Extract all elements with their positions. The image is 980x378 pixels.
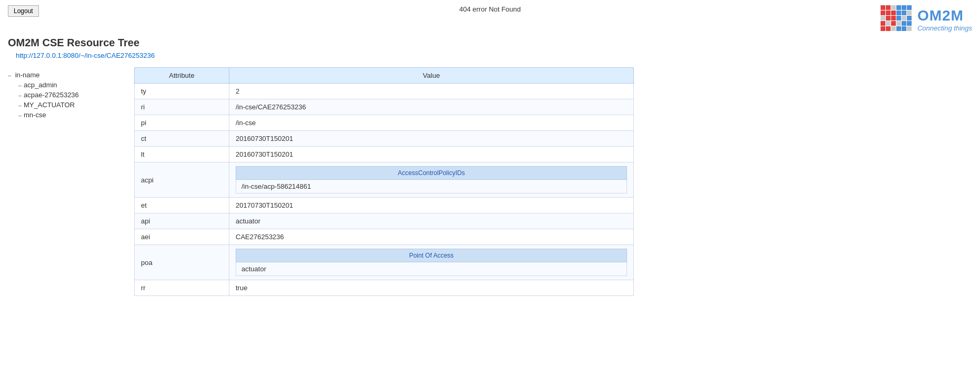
table-row: aeiCAE276253236 bbox=[135, 229, 634, 245]
svg-rect-16 bbox=[902, 16, 906, 21]
logo-tagline: Connecting things bbox=[917, 24, 972, 32]
svg-rect-27 bbox=[896, 26, 901, 31]
nested-table: AccessControlPolicyIDs/in-cse/acp-586214… bbox=[236, 166, 627, 193]
svg-rect-5 bbox=[907, 5, 912, 10]
attr-cell: aei bbox=[135, 229, 229, 245]
nested-table: Point Of Accessactuator bbox=[236, 249, 627, 276]
svg-rect-2 bbox=[891, 5, 896, 10]
table-row: pi/in-cse bbox=[135, 115, 634, 131]
tree-connector: – bbox=[18, 82, 24, 88]
svg-rect-11 bbox=[907, 11, 912, 15]
svg-rect-6 bbox=[881, 11, 885, 15]
nested-table-cell: actuator bbox=[236, 262, 627, 276]
svg-rect-12 bbox=[881, 16, 885, 21]
tree-root-label: in-name bbox=[15, 71, 40, 79]
svg-rect-22 bbox=[902, 21, 906, 26]
value-cell: /in-cse/CAE276253236 bbox=[229, 99, 634, 115]
svg-rect-4 bbox=[902, 5, 906, 10]
tree-children: –acp_admin–acpae-276253236–MY_ACTUATOR–m… bbox=[8, 80, 124, 120]
value-cell: true bbox=[229, 280, 634, 296]
attr-cell: lt bbox=[135, 147, 229, 162]
svg-rect-19 bbox=[886, 21, 891, 26]
error-message: 404 error Not Found bbox=[459, 5, 521, 13]
attr-cell: et bbox=[135, 198, 229, 213]
table-row: et20170730T150201 bbox=[135, 198, 634, 213]
svg-rect-28 bbox=[902, 26, 906, 31]
attr-table-body: ty2ri/in-cse/CAE276253236pi/in-csect2016… bbox=[135, 84, 634, 296]
value-cell: 2 bbox=[229, 84, 634, 99]
top-bar: Logout 404 error Not Found bbox=[0, 0, 980, 37]
tree-item-label: MY_ACTUATOR bbox=[24, 101, 75, 109]
svg-rect-14 bbox=[891, 16, 896, 21]
tree-connector: – bbox=[18, 112, 24, 118]
tree-connector: – bbox=[18, 92, 24, 98]
om2m-logo-icon bbox=[881, 5, 912, 34]
tree-connector: – bbox=[18, 102, 24, 108]
value-cell: 20170730T150201 bbox=[229, 198, 634, 213]
tree-item[interactable]: –acp_admin bbox=[8, 80, 124, 90]
tree-item-label: acpae-276253236 bbox=[24, 91, 79, 99]
svg-rect-24 bbox=[881, 26, 885, 31]
col-attribute-header: Attribute bbox=[135, 68, 229, 84]
value-cell: Point Of Accessactuator bbox=[229, 245, 634, 280]
svg-rect-1 bbox=[886, 5, 891, 10]
table-row: poaPoint Of Accessactuator bbox=[135, 245, 634, 280]
resource-url-link[interactable]: http://127.0.0.1:8080/~/in-cse/CAE276253… bbox=[8, 52, 163, 65]
svg-rect-25 bbox=[886, 26, 891, 31]
tree-item[interactable]: –acpae-276253236 bbox=[8, 90, 124, 100]
svg-rect-13 bbox=[886, 16, 891, 21]
tree-item[interactable]: –MY_ACTUATOR bbox=[8, 100, 124, 110]
attr-table-panel: Attribute Value ty2ri/in-cse/CAE27625323… bbox=[134, 67, 972, 296]
value-cell: AccessControlPolicyIDs/in-cse/acp-586214… bbox=[229, 162, 634, 198]
svg-rect-21 bbox=[896, 21, 901, 26]
tree-item-label: acp_admin bbox=[24, 81, 57, 89]
logo-area: OM2M Connecting things bbox=[881, 5, 972, 34]
nested-table-cell: /in-cse/acp-586214861 bbox=[236, 180, 627, 193]
table-row: ct20160730T150201 bbox=[135, 131, 634, 147]
svg-rect-3 bbox=[896, 5, 901, 10]
attr-cell: api bbox=[135, 213, 229, 229]
value-cell: /in-cse bbox=[229, 115, 634, 131]
table-row: lt20160730T150201 bbox=[135, 147, 634, 162]
tree-item-label: mn-cse bbox=[24, 111, 46, 119]
table-row: ty2 bbox=[135, 84, 634, 99]
nested-table-header: Point Of Access bbox=[236, 249, 627, 262]
svg-rect-29 bbox=[907, 26, 912, 31]
attr-cell: poa bbox=[135, 245, 229, 280]
attr-cell: ty bbox=[135, 84, 229, 99]
tree-panel: – in-name –acp_admin–acpae-276253236–MY_… bbox=[8, 67, 124, 296]
attr-cell: ct bbox=[135, 131, 229, 147]
attr-cell: acpi bbox=[135, 162, 229, 198]
value-cell: 20160730T150201 bbox=[229, 131, 634, 147]
value-cell: actuator bbox=[229, 213, 634, 229]
svg-rect-10 bbox=[902, 11, 906, 15]
table-row: acpiAccessControlPolicyIDs/in-cse/acp-58… bbox=[135, 162, 634, 198]
tree-item[interactable]: –mn-cse bbox=[8, 110, 124, 120]
svg-rect-8 bbox=[891, 11, 896, 15]
value-cell: 20160730T150201 bbox=[229, 147, 634, 162]
table-row: rrtrue bbox=[135, 280, 634, 296]
main-layout: – in-name –acp_admin–acpae-276253236–MY_… bbox=[0, 67, 980, 296]
table-row: ri/in-cse/CAE276253236 bbox=[135, 99, 634, 115]
attr-cell: pi bbox=[135, 115, 229, 131]
svg-rect-0 bbox=[881, 5, 885, 10]
page-title: OM2M CSE Resource Tree bbox=[0, 37, 980, 52]
logo-brand: OM2M bbox=[917, 7, 964, 24]
value-cell: CAE276253236 bbox=[229, 229, 634, 245]
nested-table-header: AccessControlPolicyIDs bbox=[236, 167, 627, 180]
svg-rect-18 bbox=[881, 21, 885, 26]
table-row: apiactuator bbox=[135, 213, 634, 229]
svg-rect-15 bbox=[896, 16, 901, 21]
tree-root-item[interactable]: – in-name bbox=[8, 70, 124, 80]
svg-rect-23 bbox=[907, 21, 912, 26]
logo-text-area: OM2M Connecting things bbox=[917, 7, 972, 32]
logout-button[interactable]: Logout bbox=[8, 5, 39, 17]
svg-rect-7 bbox=[886, 11, 891, 15]
attr-cell: ri bbox=[135, 99, 229, 115]
svg-rect-9 bbox=[896, 11, 901, 15]
svg-rect-26 bbox=[891, 26, 896, 31]
tree-root-connector: – bbox=[8, 72, 13, 78]
attr-table: Attribute Value ty2ri/in-cse/CAE27625323… bbox=[134, 67, 634, 296]
svg-rect-20 bbox=[891, 21, 896, 26]
col-value-header: Value bbox=[229, 68, 634, 84]
